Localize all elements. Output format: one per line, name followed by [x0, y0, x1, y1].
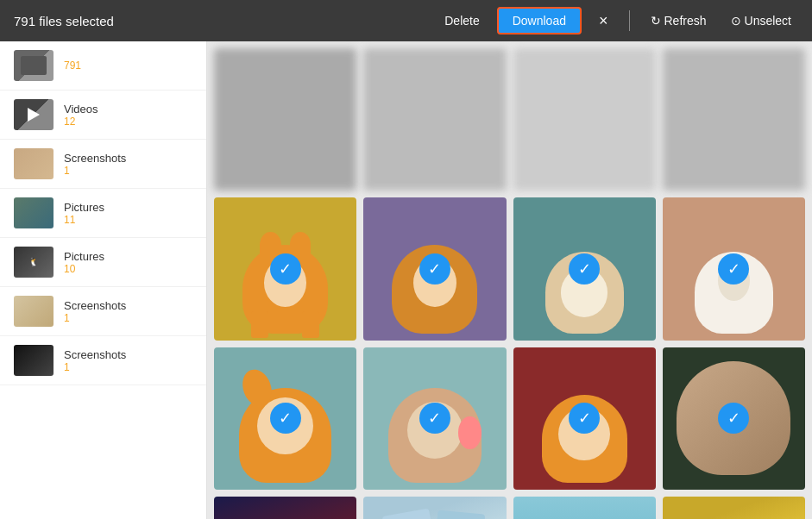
sidebar: 791 Videos 12 Screenshots 1 Pictu	[0, 41, 207, 519]
close-button[interactable]: ×	[592, 9, 615, 34]
sidebar-count-screenshots1: 1	[64, 165, 192, 177]
sidebar-item-screenshots1[interactable]: Screenshots 1	[0, 140, 206, 189]
top-bar-actions: Delete Download × ↻ Refresh ⊙ Unselect	[437, 7, 798, 34]
sidebar-label-videos: Videos	[64, 103, 192, 116]
check-badge: ✓	[270, 403, 301, 434]
sidebar-item-videos[interactable]: Videos 12	[0, 91, 206, 140]
sidebar-count-pictures11: 11	[64, 214, 192, 226]
selection-count: 791 files selected	[14, 14, 424, 28]
unselect-button[interactable]: ⊙ Unselect	[724, 10, 798, 31]
grid-item[interactable]: ✓	[513, 347, 656, 490]
main-area: 791 Videos 12 Screenshots 1 Pictu	[0, 41, 812, 519]
check-badge: ✓	[569, 253, 600, 285]
grid-item[interactable]	[513, 48, 656, 191]
sidebar-item-screenshots3[interactable]: Screenshots 1	[0, 336, 206, 385]
refresh-icon: ↻	[651, 14, 661, 28]
grid-item[interactable]: ✓	[214, 347, 356, 490]
sidebar-thumb-screenshots2	[14, 296, 54, 327]
sidebar-thumb-pictures11	[14, 197, 54, 228]
sidebar-count-pictures10: 10	[64, 263, 192, 275]
top-bar: 791 files selected Delete Download × ↻ R…	[0, 0, 812, 41]
sidebar-count-all: 791	[64, 59, 192, 72]
feather-illustration	[527, 510, 641, 519]
grid-item[interactable]: ✓	[663, 197, 805, 340]
sidebar-item-screenshots2[interactable]: Screenshots 1	[0, 287, 206, 336]
download-button[interactable]: Download	[497, 7, 582, 34]
check-badge: ✓	[569, 403, 600, 434]
sidebar-label-screenshots2: Screenshots	[64, 299, 192, 312]
sidebar-count-videos: 12	[64, 116, 192, 128]
grid-item[interactable]	[363, 48, 506, 191]
sidebar-thumb-pictures10: 🐧	[14, 247, 54, 278]
sidebar-thumb-videos	[14, 99, 54, 130]
sidebar-label-pictures10: Pictures	[64, 250, 192, 263]
sidebar-label-screenshots1: Screenshots	[64, 152, 192, 165]
delete-button[interactable]: Delete	[437, 10, 486, 31]
grid-item[interactable]: ✓	[214, 497, 356, 519]
sidebar-info-screenshots1: Screenshots 1	[64, 152, 192, 177]
grid-area: ✓ ✓ ✓	[207, 41, 812, 519]
sidebar-item-pictures11[interactable]: Pictures 11	[0, 189, 206, 238]
grid-item[interactable]: ✓	[363, 497, 506, 519]
sidebar-label-pictures11: Pictures	[64, 201, 192, 214]
grid-item[interactable]: ✓	[513, 497, 656, 519]
sidebar-info-pictures10: Pictures 10	[64, 250, 192, 275]
grid-item[interactable]: ✓	[513, 197, 656, 340]
sidebar-item-pictures10[interactable]: 🐧 Pictures 10	[0, 238, 206, 287]
check-badge: ✓	[419, 403, 450, 434]
grid-item[interactable]: ✓	[214, 197, 356, 340]
check-badge: ✓	[718, 403, 749, 434]
grid-item[interactable]: 100FINEGOLD ✓	[663, 497, 805, 519]
check-badge: ✓	[718, 253, 749, 285]
sidebar-count-screenshots3: 1	[64, 361, 192, 373]
refresh-button[interactable]: ↻ Refresh	[644, 10, 714, 31]
sidebar-info-screenshots3: Screenshots 1	[64, 348, 192, 373]
sidebar-thumb-screenshots1	[14, 148, 54, 179]
grid-item[interactable]	[214, 48, 356, 191]
grid-item[interactable]: ✓	[363, 197, 506, 340]
check-badge: ✓	[270, 253, 301, 285]
image-grid: ✓ ✓ ✓	[214, 48, 805, 519]
sidebar-info-screenshots2: Screenshots 1	[64, 299, 192, 324]
unselect-icon: ⊙	[731, 14, 741, 28]
sidebar-thumb-all	[14, 50, 54, 81]
sidebar-thumb-screenshots3	[14, 345, 54, 376]
sidebar-count-screenshots2: 1	[64, 312, 192, 324]
check-badge: ✓	[419, 253, 450, 285]
sidebar-item-all[interactable]: 791	[0, 41, 206, 91]
grid-item[interactable]	[663, 48, 805, 191]
grid-item[interactable]: ✓	[363, 347, 506, 490]
sidebar-info-all: 791	[64, 59, 192, 72]
grid-item[interactable]: ✓	[663, 347, 805, 490]
sidebar-info-videos: Videos 12	[64, 103, 192, 128]
sidebar-label-screenshots3: Screenshots	[64, 348, 192, 361]
sidebar-info-pictures11: Pictures 11	[64, 201, 192, 226]
divider	[629, 10, 630, 31]
